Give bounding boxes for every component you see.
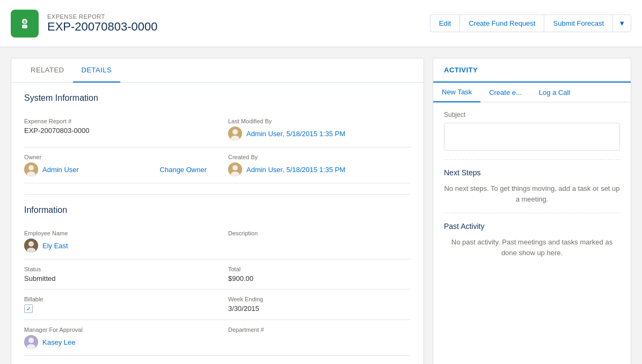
total-value: $900.00 xyxy=(228,274,411,283)
past-activity-title: Past Activity xyxy=(444,222,620,231)
tabs: RELATED DETAILS xyxy=(11,58,424,83)
billable-checkbox[interactable]: ✓ xyxy=(24,304,33,313)
tab-details[interactable]: DETAILS xyxy=(73,58,121,83)
tab-new-task[interactable]: New Task xyxy=(433,83,480,102)
owner-label: Owner xyxy=(24,154,207,160)
status-value: Submitted xyxy=(24,274,207,283)
page-title: EXP-20070803-0000 xyxy=(47,20,158,34)
manager-value: Kasey Lee xyxy=(24,335,207,349)
header-left: $ EXPENSE REPORT EXP-20070803-0000 xyxy=(11,10,158,38)
subject-input[interactable] xyxy=(444,123,620,151)
created-by-value: Admin User, 5/18/2015 1:35 PM xyxy=(228,162,411,176)
week-ending-field: Week Ending 3/30/2015 xyxy=(217,289,411,320)
subject-label: Subject xyxy=(444,111,620,118)
created-by-avatar xyxy=(228,162,242,176)
description-field: Description xyxy=(217,224,411,259)
expense-report-value: EXP-20070803-0000 xyxy=(24,127,207,135)
owner-field: Owner Admin User Change Owner xyxy=(24,147,217,183)
subject-section: Subject xyxy=(433,102,631,159)
activity-header: ACTIVITY xyxy=(433,58,631,83)
manager-label: Manager For Approval xyxy=(24,326,207,333)
last-modified-value: Admin User, 5/18/2015 1:35 PM xyxy=(228,127,411,140)
next-steps-title: Next Steps xyxy=(444,168,620,177)
created-by-field: Created By Admin User, 5/18/2015 1:35 PM xyxy=(217,147,411,183)
app-label: EXPENSE REPORT xyxy=(47,13,158,20)
billable-label: Billable xyxy=(24,296,207,302)
activity-tabs: New Task Create e... Log a Call xyxy=(433,83,631,102)
expense-report-field: Expense Report # EXP-20070803-0000 xyxy=(24,112,217,147)
status-field: Status Submitted xyxy=(24,259,217,289)
week-ending-label: Week Ending xyxy=(228,296,411,302)
svg-point-8 xyxy=(28,165,34,170)
header-actions: Edit Create Fund Request Submit Forecast… xyxy=(430,14,631,32)
last-modified-field: Last Modified By Admin User, 5/18/2015 1… xyxy=(217,112,411,147)
submit-forecast-button[interactable]: Submit Forecast xyxy=(544,14,612,32)
last-modified-label: Last Modified By xyxy=(228,118,411,124)
owner-text[interactable]: Admin User xyxy=(42,166,79,174)
employee-avatar xyxy=(24,239,38,252)
owner-row: Admin User Change Owner xyxy=(24,162,207,176)
dropdown-button[interactable]: ▼ xyxy=(612,14,631,32)
system-information-title: System Information xyxy=(24,93,411,103)
svg-text:$: $ xyxy=(24,19,26,24)
information-section: Information Employee Name Ely East Descr… xyxy=(11,195,424,364)
svg-point-17 xyxy=(28,338,34,343)
employee-name-label: Employee Name xyxy=(24,230,207,236)
next-steps-empty-text: No next steps. To get things moving, add… xyxy=(444,183,620,204)
past-activity-section: Past Activity No past activity. Past mee… xyxy=(433,213,631,266)
owner-avatar xyxy=(24,162,38,176)
manager-avatar xyxy=(24,335,38,349)
page-header: $ EXPENSE REPORT EXP-20070803-0000 Edit … xyxy=(0,0,642,47)
left-panel: RELATED DETAILS System Information Expen… xyxy=(11,58,424,364)
status-label: Status xyxy=(24,266,207,272)
create-fund-request-button[interactable]: Create Fund Request xyxy=(459,14,544,32)
information-grid: Employee Name Ely East Description Statu… xyxy=(24,224,411,356)
expense-report-label: Expense Report # xyxy=(24,118,207,124)
owner-value: Admin User xyxy=(24,162,79,176)
svg-point-11 xyxy=(232,165,238,170)
department-field: Department # xyxy=(217,320,411,356)
employee-name-field: Employee Name Ely East xyxy=(24,224,217,259)
manager-text[interactable]: Kasey Lee xyxy=(42,338,75,346)
header-title-block: EXPENSE REPORT EXP-20070803-0000 xyxy=(47,13,158,34)
tab-related[interactable]: RELATED xyxy=(22,58,73,83)
svg-point-5 xyxy=(232,129,238,135)
manager-field: Manager For Approval Kasey Lee xyxy=(24,320,217,356)
last-modified-text[interactable]: Admin User, 5/18/2015 1:35 PM xyxy=(246,130,345,138)
system-information-section: System Information Expense Report # EXP-… xyxy=(11,83,424,194)
activity-panel: ACTIVITY New Task Create e... Log a Call… xyxy=(433,58,631,364)
information-title: Information xyxy=(24,205,411,215)
next-steps-section: Next Steps No next steps. To get things … xyxy=(433,160,631,213)
created-by-label: Created By xyxy=(228,154,411,160)
svg-rect-2 xyxy=(22,25,27,28)
past-activity-empty-text: No past activity. Past meetings and task… xyxy=(444,237,620,258)
billable-field: Billable ✓ xyxy=(24,289,217,320)
total-label: Total xyxy=(228,266,411,272)
week-ending-value: 3/30/2015 xyxy=(228,304,411,313)
description-label: Description xyxy=(228,230,411,236)
tab-log-a-call[interactable]: Log a Call xyxy=(530,83,579,102)
total-field: Total $900.00 xyxy=(217,259,411,289)
edit-button[interactable]: Edit xyxy=(430,14,459,32)
employee-name-value: Ely East xyxy=(24,239,207,252)
svg-point-14 xyxy=(28,241,34,247)
app-icon: $ xyxy=(11,10,39,38)
created-by-text[interactable]: Admin User, 5/18/2015 1:35 PM xyxy=(246,166,345,174)
last-modified-avatar xyxy=(228,127,242,140)
employee-name-text[interactable]: Ely East xyxy=(42,242,68,250)
tab-create-e[interactable]: Create e... xyxy=(480,83,530,102)
system-information-grid: Expense Report # EXP-20070803-0000 Last … xyxy=(24,112,411,183)
department-label: Department # xyxy=(228,326,411,333)
change-owner-link[interactable]: Change Owner xyxy=(160,166,207,174)
main-container: RELATED DETAILS System Information Expen… xyxy=(0,47,642,364)
